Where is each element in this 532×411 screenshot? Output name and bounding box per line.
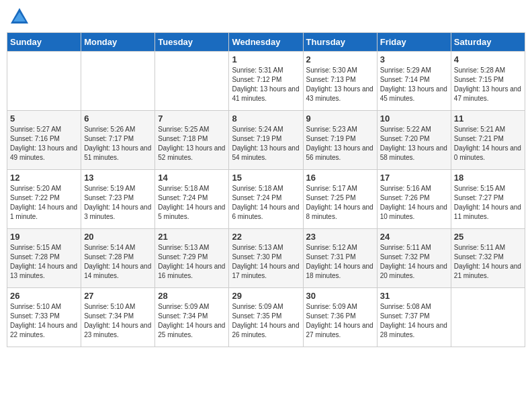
calendar-cell: 11Sunrise: 5:21 AM Sunset: 7:21 PM Dayli… <box>451 111 525 170</box>
day-number: 30 <box>306 291 374 301</box>
day-number: 23 <box>306 232 374 242</box>
calendar-cell <box>81 52 155 111</box>
calendar-cell: 21Sunrise: 5:13 AM Sunset: 7:29 PM Dayli… <box>155 229 229 288</box>
day-info: Sunrise: 5:28 AM Sunset: 7:15 PM Dayligh… <box>454 66 522 103</box>
week-row-1: 1Sunrise: 5:31 AM Sunset: 7:12 PM Daylig… <box>7 52 525 111</box>
weekday-header-tuesday: Tuesday <box>155 33 229 52</box>
calendar-cell: 2Sunrise: 5:30 AM Sunset: 7:13 PM Daylig… <box>303 52 377 111</box>
day-info: Sunrise: 5:12 AM Sunset: 7:31 PM Dayligh… <box>306 243 374 281</box>
day-number: 10 <box>380 113 448 124</box>
day-number: 22 <box>232 232 300 242</box>
calendar-cell: 4Sunrise: 5:28 AM Sunset: 7:15 PM Daylig… <box>451 52 525 111</box>
page-header <box>7 7 525 27</box>
day-number: 13 <box>84 173 152 183</box>
day-info: Sunrise: 5:30 AM Sunset: 7:13 PM Dayligh… <box>306 66 374 103</box>
day-number: 11 <box>454 113 522 124</box>
calendar-cell: 7Sunrise: 5:25 AM Sunset: 7:18 PM Daylig… <box>155 111 229 170</box>
day-info: Sunrise: 5:20 AM Sunset: 7:22 PM Dayligh… <box>10 184 78 222</box>
calendar-cell: 8Sunrise: 5:24 AM Sunset: 7:19 PM Daylig… <box>229 111 303 170</box>
day-info: Sunrise: 5:14 AM Sunset: 7:28 PM Dayligh… <box>84 243 152 281</box>
calendar-cell: 23Sunrise: 5:12 AM Sunset: 7:31 PM Dayli… <box>303 229 377 288</box>
calendar-cell: 14Sunrise: 5:18 AM Sunset: 7:24 PM Dayli… <box>155 170 229 229</box>
day-number: 3 <box>380 54 448 64</box>
day-info: Sunrise: 5:19 AM Sunset: 7:23 PM Dayligh… <box>84 184 152 222</box>
day-number: 17 <box>380 173 448 183</box>
day-info: Sunrise: 5:10 AM Sunset: 7:34 PM Dayligh… <box>84 302 152 340</box>
calendar-cell <box>451 288 525 347</box>
day-info: Sunrise: 5:13 AM Sunset: 7:30 PM Dayligh… <box>232 243 300 281</box>
day-number: 12 <box>10 173 78 183</box>
logo-icon <box>9 7 30 27</box>
weekday-header-wednesday: Wednesday <box>229 33 303 52</box>
day-number: 26 <box>10 291 78 301</box>
calendar-cell <box>7 52 81 111</box>
calendar-cell: 30Sunrise: 5:09 AM Sunset: 7:36 PM Dayli… <box>303 288 377 347</box>
day-number: 15 <box>232 173 300 183</box>
day-info: Sunrise: 5:17 AM Sunset: 7:25 PM Dayligh… <box>306 184 374 222</box>
day-number: 25 <box>454 232 522 242</box>
weekday-header-friday: Friday <box>377 33 451 52</box>
weekday-header-thursday: Thursday <box>303 33 377 52</box>
calendar-cell: 28Sunrise: 5:09 AM Sunset: 7:34 PM Dayli… <box>155 288 229 347</box>
day-number: 5 <box>10 113 78 124</box>
day-info: Sunrise: 5:25 AM Sunset: 7:18 PM Dayligh… <box>158 125 226 163</box>
day-number: 2 <box>306 54 374 64</box>
day-info: Sunrise: 5:08 AM Sunset: 7:37 PM Dayligh… <box>380 302 448 340</box>
week-row-4: 19Sunrise: 5:15 AM Sunset: 7:28 PM Dayli… <box>7 229 525 288</box>
week-row-2: 5Sunrise: 5:27 AM Sunset: 7:16 PM Daylig… <box>7 111 525 170</box>
day-info: Sunrise: 5:16 AM Sunset: 7:26 PM Dayligh… <box>380 184 448 222</box>
calendar-cell <box>155 52 229 111</box>
calendar-cell: 25Sunrise: 5:11 AM Sunset: 7:32 PM Dayli… <box>451 229 525 288</box>
weekday-header-sunday: Sunday <box>7 33 81 52</box>
day-number: 20 <box>84 232 152 242</box>
day-number: 6 <box>84 113 152 124</box>
day-info: Sunrise: 5:18 AM Sunset: 7:24 PM Dayligh… <box>158 184 226 222</box>
calendar-cell: 16Sunrise: 5:17 AM Sunset: 7:25 PM Dayli… <box>303 170 377 229</box>
day-info: Sunrise: 5:15 AM Sunset: 7:27 PM Dayligh… <box>454 184 522 222</box>
calendar-cell: 9Sunrise: 5:23 AM Sunset: 7:19 PM Daylig… <box>303 111 377 170</box>
day-number: 18 <box>454 173 522 183</box>
calendar-cell: 18Sunrise: 5:15 AM Sunset: 7:27 PM Dayli… <box>451 170 525 229</box>
calendar-cell: 26Sunrise: 5:10 AM Sunset: 7:33 PM Dayli… <box>7 288 81 347</box>
day-info: Sunrise: 5:23 AM Sunset: 7:19 PM Dayligh… <box>306 125 374 163</box>
calendar-cell: 3Sunrise: 5:29 AM Sunset: 7:14 PM Daylig… <box>377 52 451 111</box>
day-info: Sunrise: 5:24 AM Sunset: 7:19 PM Dayligh… <box>232 125 300 163</box>
calendar-cell: 1Sunrise: 5:31 AM Sunset: 7:12 PM Daylig… <box>229 52 303 111</box>
day-info: Sunrise: 5:27 AM Sunset: 7:16 PM Dayligh… <box>10 125 78 163</box>
day-number: 31 <box>380 291 448 301</box>
calendar-cell: 13Sunrise: 5:19 AM Sunset: 7:23 PM Dayli… <box>81 170 155 229</box>
week-row-5: 26Sunrise: 5:10 AM Sunset: 7:33 PM Dayli… <box>7 288 525 347</box>
day-number: 8 <box>232 113 300 124</box>
calendar-cell: 15Sunrise: 5:18 AM Sunset: 7:24 PM Dayli… <box>229 170 303 229</box>
day-number: 9 <box>306 113 374 124</box>
calendar-cell: 5Sunrise: 5:27 AM Sunset: 7:16 PM Daylig… <box>7 111 81 170</box>
day-info: Sunrise: 5:29 AM Sunset: 7:14 PM Dayligh… <box>380 66 448 103</box>
calendar-cell: 24Sunrise: 5:11 AM Sunset: 7:32 PM Dayli… <box>377 229 451 288</box>
calendar-cell: 6Sunrise: 5:26 AM Sunset: 7:17 PM Daylig… <box>81 111 155 170</box>
day-number: 29 <box>232 291 300 301</box>
calendar-cell: 12Sunrise: 5:20 AM Sunset: 7:22 PM Dayli… <box>7 170 81 229</box>
day-info: Sunrise: 5:09 AM Sunset: 7:35 PM Dayligh… <box>232 302 300 340</box>
calendar-cell: 20Sunrise: 5:14 AM Sunset: 7:28 PM Dayli… <box>81 229 155 288</box>
day-number: 7 <box>158 113 226 124</box>
day-info: Sunrise: 5:13 AM Sunset: 7:29 PM Dayligh… <box>158 243 226 281</box>
day-info: Sunrise: 5:11 AM Sunset: 7:32 PM Dayligh… <box>380 243 448 281</box>
day-info: Sunrise: 5:21 AM Sunset: 7:21 PM Dayligh… <box>454 125 522 163</box>
day-number: 28 <box>158 291 226 301</box>
calendar-cell: 22Sunrise: 5:13 AM Sunset: 7:30 PM Dayli… <box>229 229 303 288</box>
day-number: 16 <box>306 173 374 183</box>
day-info: Sunrise: 5:22 AM Sunset: 7:20 PM Dayligh… <box>380 125 448 163</box>
week-row-3: 12Sunrise: 5:20 AM Sunset: 7:22 PM Dayli… <box>7 170 525 229</box>
day-info: Sunrise: 5:10 AM Sunset: 7:33 PM Dayligh… <box>10 302 78 340</box>
calendar-cell: 10Sunrise: 5:22 AM Sunset: 7:20 PM Dayli… <box>377 111 451 170</box>
day-number: 21 <box>158 232 226 242</box>
weekday-header-monday: Monday <box>81 33 155 52</box>
day-number: 4 <box>454 54 522 64</box>
day-info: Sunrise: 5:31 AM Sunset: 7:12 PM Dayligh… <box>232 66 300 103</box>
day-number: 19 <box>10 232 78 242</box>
day-number: 24 <box>380 232 448 242</box>
calendar-cell: 17Sunrise: 5:16 AM Sunset: 7:26 PM Dayli… <box>377 170 451 229</box>
calendar-cell: 29Sunrise: 5:09 AM Sunset: 7:35 PM Dayli… <box>229 288 303 347</box>
calendar-cell: 31Sunrise: 5:08 AM Sunset: 7:37 PM Dayli… <box>377 288 451 347</box>
day-number: 14 <box>158 173 226 183</box>
